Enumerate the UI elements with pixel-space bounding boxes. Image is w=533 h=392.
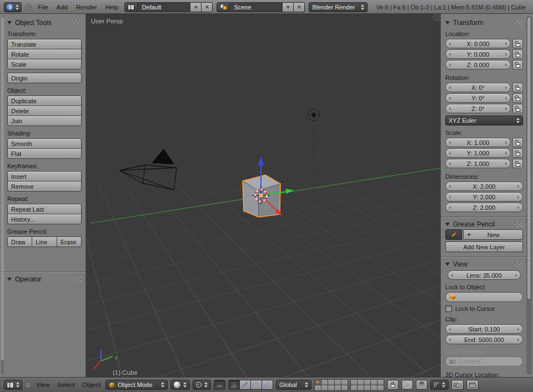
rotate-button[interactable]: Rotate (7, 49, 82, 59)
flat-button[interactable]: Flat (7, 148, 82, 159)
layer-cell[interactable] (341, 380, 348, 385)
repeat-last-button[interactable]: Repeat Last (7, 204, 82, 214)
grease-pencil-mode-button[interactable] (445, 229, 462, 240)
manipulator-rotate-button[interactable] (250, 380, 262, 390)
local-camera-field[interactable]: Camera (445, 356, 523, 366)
scrollbar-thumb[interactable] (527, 17, 531, 300)
lamp-object[interactable] (308, 109, 319, 197)
operator-panel-header[interactable]: Operator (7, 275, 82, 283)
location-y-field[interactable]: Y: 0.000 (445, 49, 511, 59)
menu-select[interactable]: Select (55, 381, 77, 388)
remove-keyframe-button[interactable]: Remove (7, 181, 82, 192)
layer-cell[interactable] (378, 380, 384, 385)
layer-cell[interactable] (321, 385, 328, 390)
grease-pencil-new-button[interactable]: + New (463, 229, 523, 240)
origin-button[interactable]: Origin (7, 73, 82, 83)
dimensions-x-field[interactable]: X: 2.000 (445, 182, 523, 191)
layer-cell[interactable] (335, 385, 341, 390)
layers-grid-left[interactable] (314, 379, 348, 391)
collapse-menus-icon[interactable] (25, 382, 31, 388)
layer-cell[interactable] (358, 385, 364, 390)
lock-to-object-field[interactable] (445, 292, 523, 302)
layer-cell[interactable] (351, 380, 357, 385)
history-button[interactable]: History... (7, 214, 82, 224)
area-split-grip[interactable] (433, 14, 440, 21)
layer-cell[interactable] (335, 380, 341, 385)
lock-rotation-z-button[interactable] (512, 104, 523, 113)
rotation-z-field[interactable]: Z: 0° (445, 104, 511, 113)
lock-to-cursor-checkbox[interactable] (445, 305, 452, 312)
render-engine-select[interactable]: Blender Render (309, 2, 368, 12)
scale-y-field[interactable]: Y: 1.000 (445, 148, 511, 158)
layer-cell[interactable] (315, 385, 321, 390)
grease-draw-button[interactable]: Draw (7, 237, 32, 247)
panel-grip-icon[interactable] (73, 20, 82, 26)
screen-layout-browse-button[interactable] (124, 2, 138, 12)
panel-grip-icon[interactable] (73, 277, 82, 282)
layer-cell[interactable] (364, 380, 370, 385)
layer-cell[interactable] (351, 385, 357, 390)
scene-browse-button[interactable] (217, 2, 230, 12)
grease-line-button[interactable]: Line (32, 237, 57, 247)
scene-name-field[interactable]: Scene (229, 2, 283, 12)
menu-help[interactable]: Help (103, 4, 121, 11)
location-x-field[interactable]: X: 0.000 (445, 39, 511, 48)
layer-cell[interactable] (328, 385, 334, 390)
lock-location-y-button[interactable] (512, 49, 523, 59)
rotation-mode-select[interactable]: XYZ Euler (445, 115, 523, 125)
editor-type-button[interactable] (4, 380, 22, 390)
dimensions-y-field[interactable]: Y: 2.000 (445, 192, 523, 202)
snap-toggle[interactable] (416, 380, 428, 390)
mode-select[interactable]: Object Mode (105, 380, 168, 390)
join-button[interactable]: Join (7, 115, 82, 126)
delete-screen-layout-button[interactable]: × (201, 2, 213, 12)
pivot-point-select[interactable] (193, 380, 211, 390)
menu-file[interactable]: File (36, 4, 51, 11)
transform-panel-header[interactable]: Transform (445, 18, 523, 27)
view-panel-header[interactable]: View (445, 260, 523, 268)
editor-type-button[interactable]: i (4, 2, 22, 12)
grease-pencil-panel-header[interactable]: Grease Pencil (445, 220, 523, 228)
layer-cell-active[interactable] (315, 380, 321, 385)
layer-cell[interactable] (328, 380, 334, 385)
lock-to-cursor-row[interactable]: Lock to Cursor (445, 305, 523, 312)
object-tools-panel-header[interactable]: Object Tools (7, 18, 82, 27)
rotation-x-field[interactable]: X: 0° (445, 83, 511, 92)
lock-rotation-x-button[interactable] (512, 83, 523, 92)
opengl-render-anim-button[interactable] (466, 380, 479, 390)
viewport-3d[interactable]: y User Persp (1) Cube (86, 14, 440, 377)
scale-z-field[interactable]: Z: 1.000 (445, 159, 511, 168)
duplicate-button[interactable]: Duplicate (7, 96, 82, 106)
delete-button[interactable]: Delete (7, 105, 82, 116)
manipulator-toggle[interactable] (228, 380, 240, 390)
lock-scale-y-button[interactable] (512, 148, 523, 158)
panel-grip-icon[interactable] (515, 222, 523, 227)
rotation-y-field[interactable]: Y: 0° (445, 93, 511, 103)
insert-keyframe-button[interactable]: Insert (7, 171, 82, 182)
layer-cell[interactable] (321, 380, 328, 385)
menu-add[interactable]: Add (54, 4, 70, 11)
lock-rotation-y-button[interactable] (512, 93, 523, 103)
menu-view[interactable]: View (34, 381, 52, 388)
delete-scene-button[interactable]: × (293, 2, 305, 12)
snap-element-select[interactable] (430, 380, 449, 390)
proportional-edit-select[interactable] (401, 380, 413, 390)
clip-start-field[interactable]: Start: 0.100 (445, 324, 523, 334)
smooth-button[interactable]: Smooth (7, 138, 82, 149)
layer-cell[interactable] (364, 385, 370, 390)
clip-end-field[interactable]: End: 5000.000 (445, 335, 523, 344)
lock-location-z-button[interactable] (512, 60, 523, 69)
layer-cell[interactable] (358, 380, 364, 385)
camera-object[interactable] (119, 149, 177, 190)
layer-cell[interactable] (371, 385, 377, 390)
collapse-menus-icon[interactable] (26, 4, 32, 10)
lock-scale-x-button[interactable] (512, 138, 523, 147)
viewport-shading-select[interactable] (170, 380, 190, 390)
grease-erase-button[interactable]: Erase (57, 237, 82, 247)
lens-field[interactable]: Lens: 35.000 (447, 270, 521, 280)
manipulator-translate-button[interactable] (239, 380, 251, 390)
lock-scale-z-button[interactable] (512, 159, 523, 168)
menu-render[interactable]: Render (74, 4, 99, 11)
add-scene-button[interactable]: + (282, 2, 294, 12)
layers-grid-right[interactable] (350, 379, 384, 391)
